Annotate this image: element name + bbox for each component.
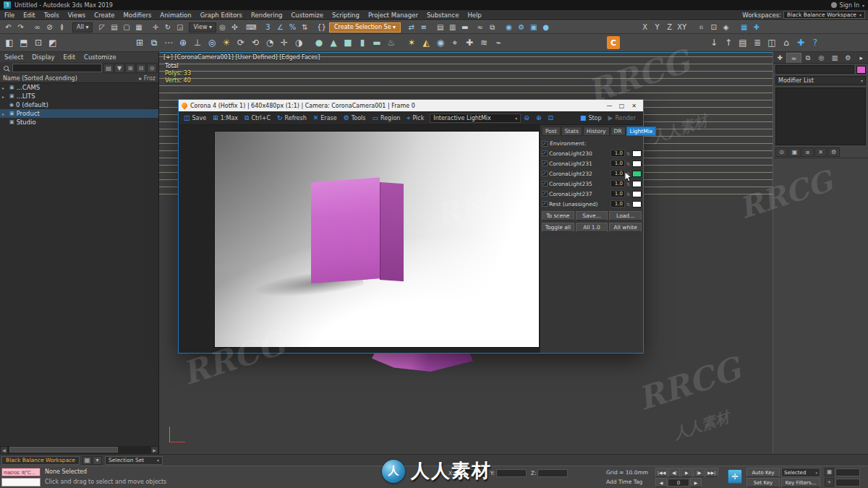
select-by-name-icon[interactable]: ▤ (108, 22, 120, 33)
select-object-icon[interactable]: ◸ (95, 22, 108, 33)
explorer-search-input[interactable] (12, 64, 102, 72)
light-intensity-field[interactable]: 1.0 (610, 200, 625, 207)
workspace-tag[interactable]: Black Balance Workspace (1, 456, 80, 465)
explorer-row[interactable]: ▸ ▣ ...CAMS (0, 83, 158, 92)
mini-grid-icon[interactable]: ▦ (825, 468, 834, 476)
render-production-icon[interactable]: ● (540, 22, 552, 33)
expand-all-icon[interactable]: ⊞ (125, 64, 135, 73)
scene-explorer2-icon[interactable]: ▤ (736, 35, 750, 50)
align-camera-icon[interactable]: ◎ (205, 35, 219, 50)
help-icon[interactable]: ? (808, 35, 822, 50)
select-link-icon[interactable]: ∞ (31, 22, 43, 33)
explorer-column-header[interactable]: Name (Sorted Ascending) ▸ Froz (0, 74, 158, 83)
tab-modify[interactable]: ≈ (786, 53, 801, 63)
light-checkbox[interactable]: ✓ (542, 181, 548, 187)
selection-set-dropdown[interactable]: Selection Set ▾ (105, 456, 163, 465)
light-intensity-field[interactable]: 1.0 (610, 160, 625, 167)
auto-key-button[interactable]: Auto Key (746, 468, 780, 477)
schematic-view-icon[interactable]: ⧉ (486, 22, 498, 33)
zoom-in-icon[interactable]: ⊕ (533, 113, 545, 124)
display-floater-icon[interactable]: ◫ (765, 35, 779, 50)
bind-spacewarp-icon[interactable]: ≬ (56, 22, 68, 33)
sphere-primitive-icon[interactable]: ● (312, 35, 326, 50)
erase-button[interactable]: ✕ Erase (310, 113, 340, 124)
align-icon[interactable]: ≡ (417, 22, 430, 33)
modifier-stack[interactable] (775, 87, 866, 145)
rendered-frame-icon[interactable]: ▣ (527, 22, 540, 33)
ws-grid-icon[interactable]: ▦ (82, 456, 92, 465)
rotate-cw-icon[interactable]: ⟳ (234, 35, 248, 50)
ortho-icon[interactable]: ◈ (720, 22, 732, 33)
menu-item[interactable]: Customize (286, 10, 328, 20)
max-ratio-button[interactable]: ⊞ 1:Max (210, 113, 241, 124)
tab-utilities[interactable]: ⚙ (841, 53, 854, 63)
zoom-out-icon[interactable]: ⊖ (521, 113, 532, 124)
lightmix-button[interactable]: All white (609, 223, 642, 232)
frame-next-button[interactable]: ▶ (690, 478, 702, 487)
intensity-spinner[interactable]: ⇅ (626, 202, 631, 207)
light-checkbox[interactable]: ✓ (542, 171, 548, 176)
mini-target-icon[interactable]: ⌖ (825, 478, 834, 487)
info-icon[interactable]: ✚ (793, 35, 808, 50)
scene-explorer-toggle-icon[interactable]: ▤ (434, 22, 446, 33)
plane-primitive-icon[interactable]: ▬ (370, 35, 384, 50)
explorer-row[interactable]: ◉ 0 (default) (0, 100, 158, 109)
intensity-spinner[interactable]: ⇅ (626, 161, 631, 166)
move-icon[interactable]: ✛ (149, 22, 161, 33)
scale-icon[interactable]: ◲ (174, 22, 186, 33)
remove-modifier-icon[interactable]: ✕ (814, 147, 827, 157)
menu-item[interactable]: Views (64, 10, 90, 20)
light-create-icon[interactable]: ✶ (404, 35, 419, 50)
environment-checkbox[interactable]: ✓ (542, 141, 548, 147)
coordinate-field[interactable] (496, 469, 527, 477)
maxscript-mini-listener[interactable] (1, 468, 41, 476)
layer-explorer-toggle-icon[interactable]: ▥ (446, 22, 459, 33)
light-intensity-field[interactable]: 1.0 (610, 170, 625, 177)
menu-item[interactable]: Edit (19, 10, 39, 20)
scroll-right-icon[interactable]: ▶ (150, 446, 158, 454)
explorer-row[interactable]: ▸ ▣ ...LITS (0, 92, 158, 100)
go-end-button[interactable]: ▶▶| (705, 468, 718, 477)
copy-button[interactable]: ⧉ Ctrl+C (242, 113, 273, 124)
lightmix-mode-dropdown[interactable]: Interactive LightMix ▾ (430, 114, 521, 123)
mirror-icon[interactable]: ⇄ (405, 22, 417, 33)
menu-item[interactable]: Modifiers (119, 10, 156, 20)
corona-tab[interactable]: Post (542, 127, 561, 136)
intensity-spinner[interactable]: ⇅ (626, 151, 631, 156)
bone-icon[interactable]: ⌁ (491, 35, 506, 50)
key-filters-button[interactable]: Key Filters... (781, 478, 820, 487)
maximize-viewport-icon[interactable]: ⬒ (17, 35, 31, 50)
object-name-field[interactable] (775, 65, 854, 74)
target-icon[interactable]: ⌖ (448, 35, 462, 50)
manipulate-icon[interactable]: ✣ (229, 22, 241, 33)
spacing-tool-icon[interactable]: ⋯ (161, 35, 176, 50)
tab-overflow[interactable]: ▸ (855, 53, 868, 63)
go-start-button[interactable]: |◀◀ (655, 468, 668, 477)
pin-explorer-icon[interactable]: ⊙ (147, 64, 157, 73)
explorer-row[interactable]: ▸ ▣ Product (0, 109, 158, 118)
select-child-icon[interactable]: ↓ (707, 35, 721, 50)
expand-arrow-icon[interactable]: ▸ (2, 85, 7, 90)
tab-motion[interactable]: ◎ (814, 53, 827, 63)
light-color-swatch[interactable] (632, 181, 642, 187)
light-checkbox[interactable]: ✓ (542, 150, 548, 156)
menu-item[interactable]: File (0, 10, 19, 20)
edit-named-sets-icon[interactable]: {} (315, 22, 328, 33)
corona-titlebar[interactable]: Corona 4 (Hotfix 1) | 640x480px (1:1) | … (179, 100, 643, 111)
corona-tab[interactable]: Stats (561, 127, 582, 136)
material-editor-icon[interactable]: ◉ (503, 22, 515, 33)
minimize-button[interactable]: — (603, 100, 616, 111)
snaps-toggle-icon[interactable]: ⌗ (695, 22, 707, 33)
shade-toggle-icon[interactable]: ◩ (46, 35, 60, 50)
play-button[interactable]: ▶ (681, 468, 692, 477)
light-intensity-field[interactable]: 1.0 (610, 190, 625, 197)
coordinate-field[interactable] (456, 469, 486, 477)
space-warp-icon[interactable]: ≋ (477, 35, 491, 50)
state-sets-icon[interactable]: ⌂ (779, 35, 793, 50)
rotate-ccw-icon[interactable]: ⟲ (248, 35, 263, 50)
tools-button[interactable]: ⚙ Tools (341, 113, 369, 124)
light-color-swatch[interactable] (632, 150, 642, 157)
misc-blue-icon[interactable]: ▦ (738, 22, 750, 33)
selection-filter-dropdown[interactable]: All ▾ (72, 22, 93, 33)
mini-field-bottom[interactable] (835, 479, 860, 487)
